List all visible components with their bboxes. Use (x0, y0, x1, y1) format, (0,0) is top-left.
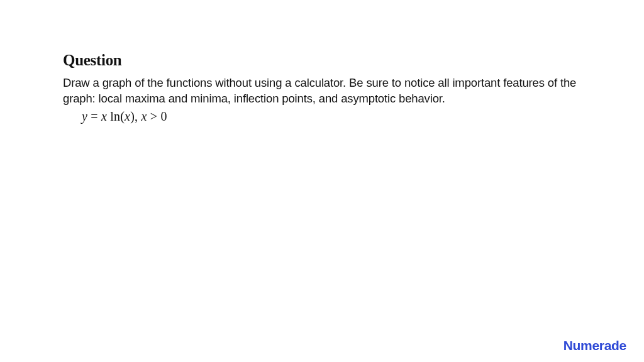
fn-ln: ln (110, 109, 120, 123)
question-prompt: Draw a graph of the functions without us… (63, 75, 581, 107)
brand-logo-text: Numerade (564, 338, 626, 353)
question-formula: y = x ln(x), x > 0 (63, 109, 581, 124)
zero: 0 (160, 109, 167, 123)
question-block: Question Draw a graph of the functions w… (0, 0, 644, 124)
var-x-1: x (101, 109, 107, 123)
equals-sign: = (87, 109, 101, 123)
var-x-2: x (125, 109, 130, 123)
var-x-3: x (141, 109, 147, 123)
question-heading: Question (63, 52, 581, 69)
gt-sign: > (147, 109, 161, 123)
comma: , (135, 109, 141, 123)
var-y: y (82, 109, 87, 123)
brand-logo: Numerade (564, 338, 626, 353)
